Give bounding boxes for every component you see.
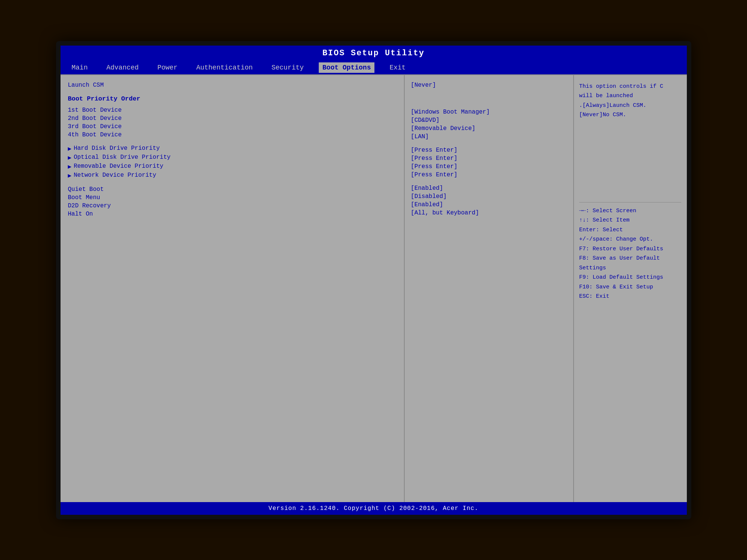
- help-line-3: .[Always]Launch CSM.: [579, 101, 682, 111]
- boot-device-2-row[interactable]: 2nd Boot Device: [68, 115, 397, 122]
- removable-priority-label: Removable Device Priority: [74, 163, 163, 170]
- d2d-recovery-label: D2D Recovery: [68, 202, 111, 209]
- key-help-9: ESC: Exit: [579, 292, 682, 301]
- quiet-boot-value-row: [Enabled]: [411, 185, 567, 192]
- network-priority-label: Network Device Priority: [74, 172, 156, 179]
- network-priority-row[interactable]: ▶ Network Device Priority: [68, 172, 397, 179]
- boot-device-3-row[interactable]: 3rd Boot Device: [68, 123, 397, 130]
- quiet-boot-value: [Enabled]: [411, 185, 443, 192]
- key-help-3: +/-/space: Change Opt.: [579, 235, 682, 244]
- content-area: Launch CSM Boot Priority Order 1st Boot …: [61, 75, 687, 502]
- odd-priority-arrow: ▶: [68, 154, 72, 161]
- removable-priority-arrow: ▶: [68, 163, 72, 170]
- help-line-1: This option controls if C: [579, 82, 682, 92]
- removable-priority-value-row: [Press Enter]: [411, 163, 567, 170]
- menu-main[interactable]: Main: [68, 62, 92, 73]
- odd-priority-row[interactable]: ▶ Optical Disk Drive Priority: [68, 154, 397, 161]
- left-panel: Launch CSM Boot Priority Order 1st Boot …: [61, 75, 405, 502]
- odd-priority-value: [Press Enter]: [411, 155, 457, 162]
- boot-menu-value: [Disabled]: [411, 193, 447, 200]
- d2d-recovery-value-row: [Enabled]: [411, 201, 567, 208]
- help-line-2: will be launched: [579, 91, 682, 101]
- key-help-4: F7: Restore User Defaults: [579, 244, 682, 254]
- key-help-7: F9: Load Default Settings: [579, 273, 682, 282]
- launch-csm-label: Launch CSM: [68, 82, 104, 89]
- boot-device-3-label: 3rd Boot Device: [68, 123, 122, 130]
- launch-csm-row[interactable]: Launch CSM: [68, 82, 397, 89]
- odd-priority-label: Optical Disk Drive Priority: [74, 154, 170, 161]
- boot-device-1-value-row: [Windows Boot Manager]: [411, 109, 567, 115]
- hdd-priority-arrow: ▶: [68, 145, 72, 152]
- odd-priority-value-row: [Press Enter]: [411, 155, 567, 162]
- boot-device-4-value-row: [LAN]: [411, 133, 567, 140]
- boot-menu-value-row: [Disabled]: [411, 193, 567, 200]
- network-priority-arrow: ▶: [68, 172, 72, 179]
- halt-on-row[interactable]: Halt On: [68, 211, 397, 217]
- right-panel: This option controls if C will be launch…: [574, 75, 687, 502]
- key-help-5: F8: Save as User Default: [579, 254, 682, 263]
- boot-device-2-value: [CD&DVD]: [411, 117, 439, 124]
- bios-title: BIOS Setup Utility: [322, 49, 425, 58]
- menu-authentication[interactable]: Authentication: [192, 62, 256, 73]
- menu-power[interactable]: Power: [154, 62, 181, 73]
- footer-text: Version 2.16.1240. Copyright (C) 2002-20…: [269, 505, 479, 512]
- boot-device-1-row[interactable]: 1st Boot Device: [68, 107, 397, 114]
- key-help-6: Settings: [579, 263, 682, 273]
- key-help-0: →←: Select Screen: [579, 206, 682, 216]
- boot-device-1-label: 1st Boot Device: [68, 107, 122, 114]
- network-priority-value-row: [Press Enter]: [411, 171, 567, 178]
- boot-device-1-value: [Windows Boot Manager]: [411, 109, 490, 115]
- boot-device-3-value-row: [Removable Device]: [411, 125, 567, 132]
- screen-bezel: BIOS Setup Utility Main Advanced Power A…: [56, 41, 691, 519]
- key-help-area: →←: Select Screen ↑↓: Select Item Enter:…: [579, 206, 682, 301]
- boot-device-4-label: 4th Boot Device: [68, 132, 122, 138]
- menu-security[interactable]: Security: [268, 62, 307, 73]
- halt-on-value: [All, but Keyboard]: [411, 210, 479, 216]
- boot-priority-header: Boot Priority Order: [68, 95, 141, 102]
- boot-device-2-label: 2nd Boot Device: [68, 115, 122, 122]
- d2d-recovery-row[interactable]: D2D Recovery: [68, 202, 397, 209]
- bios-screen: BIOS Setup Utility Main Advanced Power A…: [61, 46, 687, 515]
- launch-csm-value-row: [Never]: [411, 82, 567, 89]
- boot-device-4-row[interactable]: 4th Boot Device: [68, 132, 397, 138]
- network-priority-value: [Press Enter]: [411, 171, 457, 178]
- boot-device-3-value: [Removable Device]: [411, 125, 475, 132]
- middle-panel: [Never] [Windows Boot Manager] [CD&DVD] …: [405, 75, 574, 502]
- help-text-area: This option controls if C will be launch…: [579, 82, 682, 120]
- hdd-priority-value: [Press Enter]: [411, 147, 457, 154]
- menu-exit[interactable]: Exit: [386, 62, 409, 73]
- hdd-priority-row[interactable]: ▶ Hard Disk Drive Priority: [68, 145, 397, 152]
- launch-csm-value: [Never]: [411, 82, 436, 89]
- menu-bar: Main Advanced Power Authentication Secur…: [61, 61, 687, 75]
- quiet-boot-label: Quiet Boot: [68, 186, 104, 193]
- removable-priority-row[interactable]: ▶ Removable Device Priority: [68, 163, 397, 170]
- boot-menu-row[interactable]: Boot Menu: [68, 194, 397, 201]
- menu-advanced[interactable]: Advanced: [103, 62, 142, 73]
- key-help-2: Enter: Select: [579, 225, 682, 235]
- boot-device-2-value-row: [CD&DVD]: [411, 117, 567, 124]
- halt-on-value-row: [All, but Keyboard]: [411, 210, 567, 216]
- menu-boot-options[interactable]: Boot Options: [319, 62, 375, 73]
- boot-menu-label: Boot Menu: [68, 194, 100, 201]
- help-line-4: [Never]No CSM.: [579, 110, 682, 120]
- hdd-priority-value-row: [Press Enter]: [411, 147, 567, 154]
- boot-priority-header-row: Boot Priority Order: [68, 95, 397, 105]
- hdd-priority-label: Hard Disk Drive Priority: [74, 145, 160, 152]
- right-panel-divider: [579, 202, 682, 202]
- footer-bar: Version 2.16.1240. Copyright (C) 2002-20…: [61, 502, 687, 515]
- title-bar: BIOS Setup Utility: [61, 46, 687, 61]
- d2d-recovery-value: [Enabled]: [411, 201, 443, 208]
- removable-priority-value: [Press Enter]: [411, 163, 457, 170]
- key-help-1: ↑↓: Select Item: [579, 216, 682, 225]
- key-help-8: F10: Save & Exit Setup: [579, 282, 682, 292]
- boot-device-4-value: [LAN]: [411, 133, 429, 140]
- quiet-boot-row[interactable]: Quiet Boot: [68, 186, 397, 193]
- halt-on-label: Halt On: [68, 211, 93, 217]
